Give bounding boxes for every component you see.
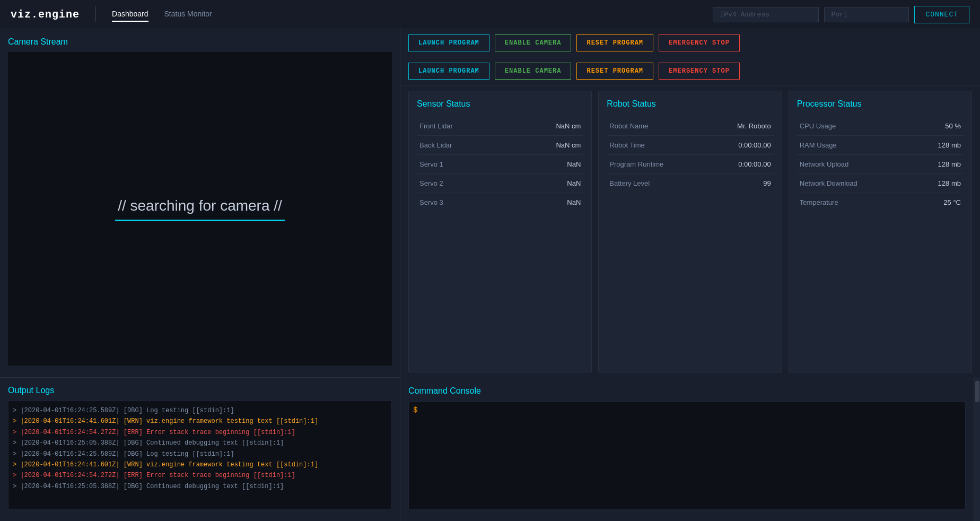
- logs-content[interactable]: > |2020-04-01T16:24:25.589Z| [DBG] Log t…: [8, 401, 392, 509]
- processor-label: CPU Usage: [800, 122, 836, 130]
- robot-status-card: Robot Status Robot Name Mr. RobotoRobot …: [598, 91, 782, 372]
- logs-title: Output Logs: [8, 386, 392, 395]
- enable-camera-btn-2[interactable]: ENABLE CAMERA: [495, 63, 572, 80]
- processor-status-title: Processor Status: [797, 99, 964, 109]
- button-row-1: LAUNCH PROGRAM ENABLE CAMERA RESET PROGR…: [400, 29, 980, 57]
- camera-panel: Camera Stream // searching for camera //: [0, 29, 400, 378]
- robot-label: Program Runtime: [609, 160, 663, 168]
- sensor-value: NaN cm: [556, 122, 581, 130]
- launch-program-btn-1[interactable]: LAUNCH PROGRAM: [408, 34, 489, 51]
- processor-label: RAM Usage: [800, 141, 837, 149]
- reset-program-btn-2[interactable]: RESET PROGRAM: [576, 63, 653, 80]
- robot-row-item: Battery Level 99: [607, 174, 773, 193]
- sensor-label: Servo 1: [419, 160, 443, 168]
- log-line: > |2020-04-01T16:24:41.601Z| [WRN] viz.e…: [13, 459, 387, 470]
- processor-row-item: CPU Usage 50 %: [797, 117, 964, 136]
- status-cards-row: Sensor Status Front Lidar NaN cmBack Lid…: [400, 85, 980, 378]
- sensor-row-item: Servo 2 NaN: [417, 174, 583, 193]
- sensor-label: Servo 2: [419, 179, 443, 187]
- processor-value: 128 mb: [938, 141, 961, 149]
- log-line: > |2020-04-01T16:24:54.272Z| [ERR] Error…: [13, 427, 387, 438]
- button-row-2: LAUNCH PROGRAM ENABLE CAMERA RESET PROGR…: [400, 57, 980, 85]
- processor-row-item: Network Upload 128 mb: [797, 155, 964, 174]
- sensor-label: Back Lidar: [419, 141, 452, 149]
- sensor-row-item: Front Lidar NaN cm: [417, 117, 583, 136]
- sensor-status-card: Sensor Status Front Lidar NaN cmBack Lid…: [408, 91, 592, 372]
- camera-underline: [115, 220, 285, 221]
- sensor-row-item: Back Lidar NaN cm: [417, 136, 583, 155]
- command-prompt: $: [413, 406, 417, 414]
- robot-label: Battery Level: [609, 179, 650, 187]
- command-content[interactable]: $: [408, 401, 966, 509]
- robot-row-item: Program Runtime 0:00:00.00: [607, 155, 773, 174]
- camera-view: // searching for camera //: [8, 52, 392, 366]
- scrollbar-thumb: [975, 381, 979, 402]
- tab-dashboard[interactable]: Dashboard: [112, 7, 148, 22]
- robot-label: Robot Name: [609, 122, 648, 130]
- processor-value: 50 %: [945, 122, 961, 130]
- processor-value: 25 °C: [943, 198, 961, 206]
- robot-value: 99: [763, 179, 771, 187]
- processor-label: Network Download: [800, 179, 858, 187]
- robot-row-item: Robot Time 0:00:00.00: [607, 136, 773, 155]
- emergency-stop-btn-2[interactable]: EMERGENCY STOP: [659, 63, 740, 80]
- robot-row-item: Robot Name Mr. Roboto: [607, 117, 773, 136]
- sensor-items-container: Front Lidar NaN cmBack Lidar NaN cmServo…: [417, 117, 583, 212]
- robot-status-title: Robot Status: [607, 99, 773, 109]
- processor-row-item: RAM Usage 128 mb: [797, 136, 964, 155]
- camera-title: Camera Stream: [8, 37, 392, 47]
- sensor-row-item: Servo 3 NaN: [417, 193, 583, 212]
- processor-label: Temperature: [800, 198, 838, 206]
- app-logo: viz.engine: [11, 8, 80, 21]
- log-line: > |2020-04-01T16:24:25.589Z| [DBG] Log t…: [13, 449, 387, 459]
- nav-tabs: Dashboard Status Monitor: [112, 7, 713, 22]
- sensor-label: Servo 3: [419, 198, 443, 206]
- scrollbar[interactable]: [974, 378, 980, 521]
- ipv4-input[interactable]: [713, 7, 819, 22]
- sensor-value: NaN: [567, 160, 581, 168]
- log-line: > |2020-04-01T16:24:25.589Z| [DBG] Log t…: [13, 405, 387, 416]
- command-panel: Command Console $: [400, 378, 974, 521]
- log-line: > |2020-04-01T16:24:41.601Z| [WRN] viz.e…: [13, 416, 387, 427]
- nav-right: CONNECT: [713, 6, 969, 23]
- sensor-value: NaN cm: [556, 141, 581, 149]
- robot-value: 0:00:00.00: [738, 141, 771, 149]
- launch-program-btn-2[interactable]: LAUNCH PROGRAM: [408, 63, 489, 80]
- log-line: > |2020-04-01T16:25:05.388Z| [DBG] Conti…: [13, 438, 387, 448]
- navbar: viz.engine Dashboard Status Monitor CONN…: [0, 0, 980, 29]
- tab-status-monitor[interactable]: Status Monitor: [164, 7, 212, 22]
- robot-value: Mr. Roboto: [737, 122, 771, 130]
- reset-program-btn-1[interactable]: RESET PROGRAM: [576, 34, 653, 51]
- sensor-status-title: Sensor Status: [417, 99, 583, 109]
- sensor-row-item: Servo 1 NaN: [417, 155, 583, 174]
- command-console-title: Command Console: [408, 386, 966, 396]
- main-layout: Camera Stream // searching for camera //…: [0, 29, 980, 521]
- enable-camera-btn-1[interactable]: ENABLE CAMERA: [495, 34, 572, 51]
- sensor-value: NaN: [567, 198, 581, 206]
- connect-button[interactable]: CONNECT: [914, 6, 969, 23]
- processor-row-item: Network Download 128 mb: [797, 174, 964, 193]
- log-line: > |2020-04-01T16:25:05.388Z| [DBG] Conti…: [13, 481, 387, 492]
- bottom-right: Command Console $: [400, 378, 980, 521]
- port-input[interactable]: [824, 7, 909, 22]
- sensor-label: Front Lidar: [419, 122, 453, 130]
- robot-label: Robot Time: [609, 141, 644, 149]
- robot-value: 0:00:00.00: [738, 160, 771, 168]
- sensor-value: NaN: [567, 179, 581, 187]
- processor-items-container: CPU Usage 50 %RAM Usage 128 mbNetwork Up…: [797, 117, 964, 212]
- logs-panel: Output Logs > |2020-04-01T16:24:25.589Z|…: [0, 378, 400, 521]
- emergency-stop-btn-1[interactable]: EMERGENCY STOP: [659, 34, 740, 51]
- robot-items-container: Robot Name Mr. RobotoRobot Time 0:00:00.…: [607, 117, 773, 193]
- processor-row-item: Temperature 25 °C: [797, 193, 964, 212]
- nav-divider: [95, 6, 96, 22]
- camera-searching-text: // searching for camera //: [118, 197, 282, 214]
- log-line: > |2020-04-01T16:24:54.272Z| [ERR] Error…: [13, 470, 387, 481]
- processor-label: Network Upload: [800, 160, 849, 168]
- processor-value: 128 mb: [938, 179, 961, 187]
- processor-value: 128 mb: [938, 160, 961, 168]
- right-column: LAUNCH PROGRAM ENABLE CAMERA RESET PROGR…: [400, 29, 980, 521]
- processor-status-card: Processor Status CPU Usage 50 %RAM Usage…: [789, 91, 972, 372]
- left-column: Camera Stream // searching for camera //…: [0, 29, 400, 521]
